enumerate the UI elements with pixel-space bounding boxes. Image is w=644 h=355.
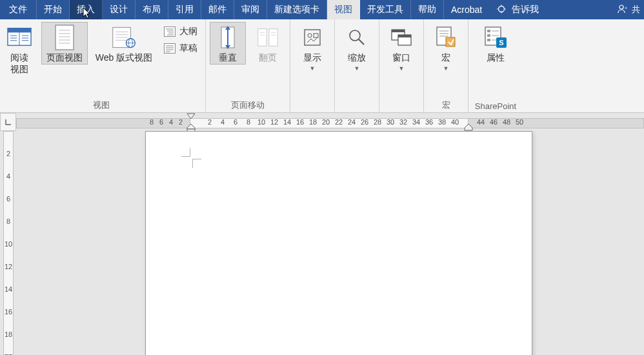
ruler-tick: 2	[3, 150, 14, 157]
ruler-tick: 48	[503, 118, 510, 126]
svg-text:+: +	[625, 6, 627, 10]
tab-view-label: 视图	[334, 4, 352, 15]
window-button[interactable]: 窗口 ▼	[383, 22, 419, 72]
ruler-tick: 8	[3, 218, 14, 225]
outline-button[interactable]: 大纲	[160, 25, 201, 39]
tab-devtools[interactable]: 开发工具	[360, 0, 411, 19]
properties-icon: S	[483, 25, 508, 50]
outline-icon	[164, 26, 176, 37]
tab-view[interactable]: 视图	[327, 0, 360, 19]
ruler-tick: 4	[221, 118, 225, 126]
tab-newtab[interactable]: 新建选项卡	[267, 0, 327, 19]
svg-line-52	[359, 39, 364, 45]
svg-point-0	[499, 6, 505, 12]
ruler-tick: 8	[150, 118, 154, 126]
outline-label: 大纲	[179, 26, 197, 37]
ruler-tick: 4	[3, 172, 14, 180]
ruler-tick: 2	[208, 118, 212, 126]
svg-rect-67	[487, 39, 490, 41]
page-view-button[interactable]: 页面视图	[41, 22, 88, 65]
read-view-button[interactable]: 阅读 视图	[1, 22, 37, 76]
margin-corner-icon	[192, 159, 201, 168]
ribbon-tabs: 文件 开始 插入 设计 布局 引用 邮件 审阅 新建选项卡 视图 开发工具 帮助…	[0, 0, 644, 19]
group-macros: 宏 ▼ 宏	[424, 19, 468, 112]
tab-home[interactable]: 开始	[37, 0, 70, 19]
right-indent-icon[interactable]	[464, 123, 473, 131]
ruler-tick: 16	[3, 308, 14, 316]
document-page[interactable]	[145, 131, 532, 355]
tab-insert[interactable]: 插入	[70, 0, 103, 19]
tab-tellme[interactable]: 告诉我	[489, 0, 546, 19]
ruler-tick: 30	[387, 118, 394, 126]
vertical-ruler[interactable]: 2 4 6 8 10 12 14 16 18 20	[0, 131, 16, 355]
svg-point-5	[619, 5, 623, 9]
tab-acrobat[interactable]: Acrobat	[444, 0, 489, 19]
flip-pages-icon	[256, 25, 280, 50]
web-layout-label: Web 版式视图	[96, 52, 152, 64]
tab-acrobat-label: Acrobat	[451, 5, 482, 15]
ruler-tick: 6	[3, 195, 14, 203]
read-view-label: 阅读 视图	[10, 52, 28, 75]
lightbulb-icon	[496, 5, 507, 15]
horizontal-ruler[interactable]: 8 6 4 2 2 4 6 8 10 12 14 16 18 20 22 24 …	[16, 113, 644, 131]
tab-file[interactable]: 文件	[0, 0, 37, 19]
tab-file-label: 文件	[9, 4, 27, 15]
show-button[interactable]: 显示 ▼	[294, 22, 330, 72]
share-user-icon: +	[618, 4, 628, 16]
chevron-down-icon: ▼	[354, 65, 360, 72]
group-sharepoint-caption: SharePoint	[472, 100, 519, 111]
group-window: 窗口 ▼	[379, 19, 424, 112]
svg-rect-65	[487, 34, 490, 37]
ruler-tick: 20	[322, 118, 330, 126]
vertical-button[interactable]: 垂直	[210, 22, 246, 65]
share-button[interactable]: + 共	[614, 0, 644, 19]
group-views-caption: 视图	[1, 98, 201, 111]
tab-selector-icon	[5, 118, 12, 126]
svg-rect-56	[398, 35, 411, 37]
ruler-tick: 12	[3, 263, 14, 270]
page-view-label: 页面视图	[46, 52, 83, 64]
group-pagemove: 垂直 翻页 页面移动	[206, 19, 290, 112]
read-view-icon	[7, 25, 32, 50]
tab-tellme-label: 告诉我	[512, 4, 539, 15]
document-area: 8 6 4 2 2 4 6 8 10 12 14 16 18 20 22 24 …	[0, 113, 644, 355]
ribbon: 阅读 视图 页面视图 Web 版式视图 大纲	[0, 19, 644, 113]
macros-label: 宏	[441, 52, 450, 64]
ruler-corner[interactable]	[0, 113, 16, 131]
tab-references-label: 引用	[176, 4, 194, 15]
ruler-tick: 14	[3, 285, 14, 293]
first-line-indent-icon[interactable]	[186, 113, 196, 119]
group-macros-caption: 宏	[428, 98, 464, 111]
properties-button[interactable]: S 属性	[472, 22, 519, 65]
vertical-label: 垂直	[219, 52, 237, 64]
ruler-tick: 6	[159, 118, 163, 126]
svg-text:S: S	[499, 39, 503, 46]
ruler-tick: 10	[3, 240, 14, 248]
zoom-button[interactable]: 缩放 ▼	[339, 22, 375, 72]
show-icon	[300, 25, 325, 50]
group-views: 阅读 视图 页面视图 Web 版式视图 大纲	[0, 19, 206, 112]
svg-rect-16	[55, 25, 74, 50]
tab-newtab-label: 新建选项卡	[274, 4, 319, 15]
tab-help[interactable]: 帮助	[411, 0, 444, 19]
draft-button[interactable]: 草稿	[160, 41, 201, 56]
properties-label: 属性	[487, 52, 505, 64]
chevron-down-icon: ▼	[310, 65, 316, 72]
ruler-tick: 34	[412, 118, 420, 126]
macros-button[interactable]: 宏 ▼	[428, 22, 464, 72]
ruler-tick: 18	[3, 330, 14, 338]
share-label: 共	[632, 4, 640, 15]
page-view-icon	[52, 25, 77, 50]
tab-review[interactable]: 审阅	[234, 0, 267, 19]
tab-help-label: 帮助	[418, 4, 436, 15]
tab-layout[interactable]: 布局	[136, 0, 168, 19]
tab-references[interactable]: 引用	[168, 0, 201, 19]
chevron-down-icon: ▼	[443, 65, 449, 72]
svg-rect-61	[446, 37, 455, 46]
web-layout-button[interactable]: Web 版式视图	[92, 22, 156, 65]
tab-mail[interactable]: 邮件	[201, 0, 234, 19]
ruler-tick: 22	[335, 118, 343, 126]
tab-design[interactable]: 设计	[103, 0, 136, 19]
ruler-tick: 38	[438, 118, 446, 126]
ruler-tick: 24	[348, 118, 356, 126]
